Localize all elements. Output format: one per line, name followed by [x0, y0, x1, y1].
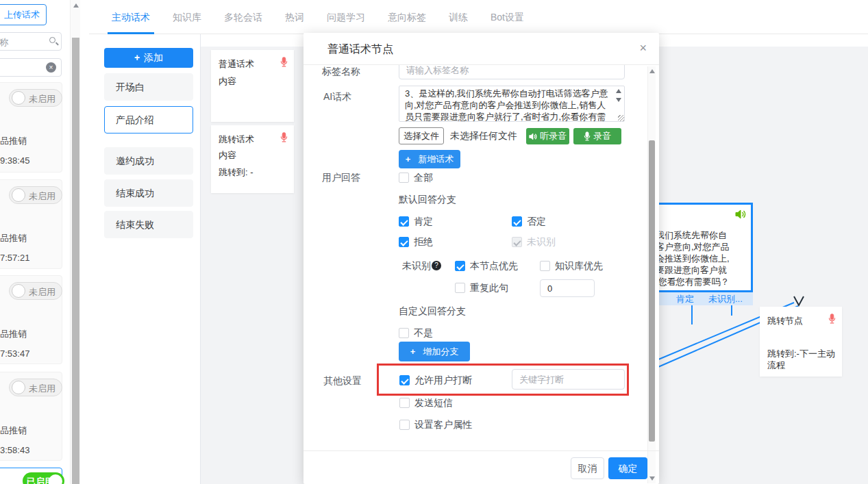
other-settings-label: 其他设置 — [323, 375, 362, 387]
script-card-active[interactable]: 已启用 — [0, 468, 62, 484]
speaker-icon — [529, 133, 537, 140]
checkbox-send-sms-label: 发送短信 — [414, 397, 453, 409]
node-jump-point[interactable]: 跳转节点 跳转到:-下一主动流程 — [760, 307, 842, 377]
repeat-count-input[interactable] — [540, 279, 595, 297]
name-label: 标签名称 — [322, 66, 360, 78]
checkbox-no-label: 不是 — [414, 327, 433, 340]
close-icon[interactable]: × — [639, 41, 647, 55]
custom-branch-title: 自定义回答分支 — [399, 305, 466, 318]
ai-script-textarea[interactable]: 3、是这样的,我们系统先帮你自动打电话筛选客户意向,对您产品有意向的客户会推送到… — [399, 86, 625, 122]
checkbox-all[interactable] — [399, 173, 409, 183]
tag-name-input[interactable] — [399, 65, 625, 79]
checkbox-repeat[interactable] — [455, 283, 465, 293]
default-branch-title: 默认回答分支 — [399, 194, 456, 206]
clear-icon[interactable]: × — [46, 62, 56, 73]
tab-training[interactable]: 训练 — [449, 0, 468, 34]
record-button[interactable]: 录音 — [573, 128, 621, 144]
enable-toggle[interactable]: 未启用 — [9, 186, 62, 204]
script-card[interactable]: 未启用 品推销 3:58:43 — [0, 372, 62, 461]
tab-multi-turn[interactable]: 多轮会话 — [224, 0, 262, 34]
tab-intent-tags[interactable]: 意向标签 — [388, 0, 426, 34]
checkbox-allow-interrupt[interactable] — [399, 375, 410, 385]
enable-toggle[interactable]: 未启用 — [9, 379, 62, 396]
scroll-up-icon[interactable] — [73, 3, 79, 8]
checkbox-affirm[interactable] — [399, 216, 409, 227]
checkbox-no[interactable] — [399, 328, 409, 338]
script-time: 3:58:43 — [0, 445, 29, 455]
section-item-end-fail[interactable]: 结束失败 — [104, 211, 193, 238]
enable-toggle[interactable]: 未启用 — [9, 89, 62, 107]
enable-toggle[interactable]: 未启用 — [9, 282, 62, 300]
script-card[interactable]: 未启用 品推销 7:57:21 — [0, 179, 62, 269]
checkbox-set-customer-attr[interactable] — [399, 420, 410, 430]
checkbox-deny[interactable] — [512, 216, 522, 227]
checkbox-kb-first[interactable] — [540, 261, 550, 271]
add-section-button[interactable]: +添加 — [104, 48, 193, 68]
node-normal-script[interactable]: 普通话术 内容 — [211, 50, 294, 122]
checkbox-refuse-label: 拒绝 — [414, 236, 433, 249]
user-reply-label: 用户回答 — [322, 172, 360, 184]
toggle-knob — [12, 381, 25, 394]
toggle-label: 未启用 — [29, 286, 55, 298]
confirm-button[interactable]: 确定 — [608, 457, 647, 479]
checkbox-unrecognized-label: 未识别 — [527, 236, 556, 249]
script-card[interactable]: 未启用 品推销 7:53:47 — [0, 275, 62, 364]
upload-script-button[interactable]: 上传话术 — [0, 4, 47, 25]
node-content-label: 内容 — [219, 149, 236, 162]
microphone-icon[interactable] — [280, 132, 288, 142]
toggle-knob — [12, 188, 25, 202]
filter-input[interactable]: × — [0, 58, 62, 77]
cancel-button[interactable]: 取消 — [571, 457, 604, 479]
speaker-icon[interactable] — [735, 209, 746, 219]
tab-bot-settings[interactable]: Bot设置 — [491, 0, 524, 34]
textarea-scroll-up-icon[interactable] — [616, 89, 621, 93]
tab-hot-words[interactable]: 热词 — [285, 0, 304, 34]
branch-link-unrecognized[interactable]: 未识别... — [708, 293, 743, 305]
add-script-button[interactable]: +新增话术 — [399, 150, 460, 168]
textarea-scroll-down-icon[interactable] — [616, 98, 621, 102]
help-icon[interactable]: ? — [432, 261, 441, 270]
add-branch-button[interactable]: +增加分支 — [399, 342, 470, 361]
tab-knowledge-base[interactable]: 知识库 — [173, 0, 201, 34]
plus-icon: + — [410, 346, 416, 357]
microphone-icon[interactable] — [828, 314, 836, 324]
search-input[interactable]: 称 — [0, 32, 62, 51]
sidebar-scrollbar[interactable] — [70, 0, 80, 484]
script-card[interactable]: 未启用 品推销 9:38:45 — [0, 82, 62, 173]
node-title: 跳转话术 — [219, 133, 254, 146]
listen-recording-button[interactable]: 听录音 — [526, 128, 569, 144]
node-title: 普通话术 — [219, 58, 254, 71]
scroll-up-icon[interactable] — [649, 69, 655, 73]
dialog-title: 普通话术节点 — [327, 42, 393, 57]
checkbox-node-first[interactable] — [455, 261, 465, 271]
section-item-opening[interactable]: 开场白 — [104, 73, 193, 101]
script-name: 品推销 — [0, 328, 27, 340]
branch-link-affirm[interactable]: 肯定 — [676, 293, 694, 305]
section-item-product-intro[interactable]: 产品介绍 — [104, 106, 193, 133]
microphone-icon[interactable] — [280, 57, 288, 67]
node-jump-target: 跳转到: - — [219, 166, 253, 179]
dialog-scrollbar[interactable] — [647, 66, 656, 483]
choose-file-button[interactable]: 选择文件 — [399, 127, 444, 144]
section-item-end-success[interactable]: 结束成功 — [104, 179, 193, 207]
tab-question-learning[interactable]: 问题学习 — [327, 0, 365, 34]
interrupt-keyword-input[interactable] — [512, 369, 625, 390]
bubble-text: 我们系统先帮你自 客户意向,对您产品 会推送到你微信上, 要跟进意向客户就 ,您… — [656, 229, 730, 288]
enable-toggle-on[interactable]: 已启用 — [23, 472, 64, 484]
section-item-invite-success[interactable]: 邀约成功 — [104, 147, 193, 175]
top-tab-bar: 主动话术 知识库 多轮会话 热词 问题学习 意向标签 训练 Bot设置 — [89, 0, 868, 34]
node-jump-script[interactable]: 跳转话术 内容 跳转到: - — [211, 125, 294, 193]
toggle-label: 未启用 — [29, 383, 55, 395]
textarea-resize-handle[interactable] — [618, 115, 624, 121]
checkbox-kb-first-label: 知识库优先 — [555, 260, 603, 272]
tab-active-script[interactable]: 主动话术 — [112, 0, 150, 34]
selected-node-bubble[interactable]: 我们系统先帮你自 客户意向,对您产品 会推送到你微信上, 要跟进意向客户就 ,您… — [654, 203, 753, 292]
unrecognized-label: 未识别 — [402, 260, 431, 272]
checkbox-refuse[interactable] — [399, 237, 409, 247]
script-time: 7:53:47 — [0, 348, 29, 359]
checkbox-allow-interrupt-label: 允许用户打断 — [414, 374, 472, 387]
scrollbar-thumb[interactable] — [649, 140, 655, 442]
scrollbar-thumb[interactable] — [72, 38, 79, 484]
checkbox-send-sms[interactable] — [399, 398, 410, 408]
toggle-label: 未启用 — [29, 93, 55, 105]
